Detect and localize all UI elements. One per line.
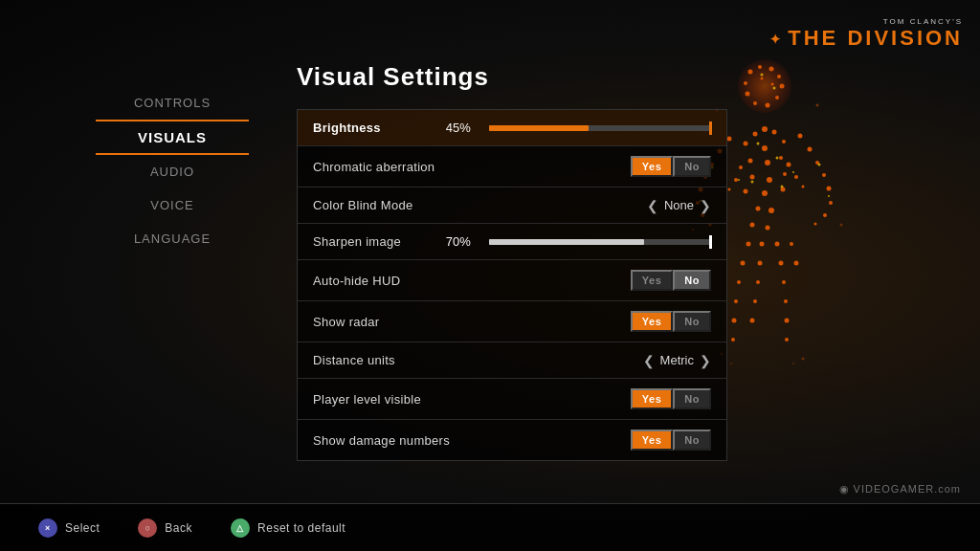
svg-point-27 — [734, 178, 738, 182]
svg-point-84 — [776, 157, 779, 160]
autohide-toggle: Yes No — [631, 270, 711, 291]
playerlevel-toggle: Yes No — [631, 388, 711, 409]
colorblind-selector: ❮ None ❯ — [647, 198, 711, 213]
svg-point-53 — [766, 226, 770, 231]
logo-icon: ✦ — [769, 33, 784, 46]
chromatic-no-button[interactable]: No — [673, 156, 711, 177]
damagenumbers-no-button[interactable]: No — [673, 430, 711, 451]
svg-point-50 — [756, 207, 761, 211]
autohide-yes-button[interactable]: Yes — [631, 270, 673, 291]
svg-point-3 — [769, 67, 774, 72]
svg-point-49 — [814, 223, 817, 226]
radar-yes-button[interactable]: Yes — [631, 311, 673, 332]
sidebar-item-visuals[interactable]: Visuals — [96, 120, 249, 155]
distance-next-button[interactable]: ❯ — [700, 353, 711, 368]
svg-point-90 — [818, 164, 821, 166]
colorblind-value: None — [664, 198, 694, 212]
svg-point-21 — [779, 156, 783, 160]
setting-row-radar: Show radar Yes No — [298, 301, 726, 342]
playerlevel-yes-button[interactable]: Yes — [631, 388, 673, 409]
svg-point-32 — [728, 188, 731, 191]
svg-point-81 — [761, 74, 764, 77]
sharpen-slider-container: 70% — [446, 234, 711, 249]
watermark: ◉ VIDEOGAMER.com — [839, 483, 961, 496]
svg-point-28 — [794, 175, 798, 179]
sidebar-item-audio[interactable]: Audio — [96, 155, 249, 188]
colorblind-next-button[interactable]: ❯ — [700, 198, 711, 213]
svg-point-18 — [782, 140, 786, 143]
back-label: Back — [165, 521, 192, 535]
sidebar-item-language[interactable]: Language — [96, 222, 249, 255]
svg-point-5 — [780, 84, 785, 89]
svg-point-74 — [816, 104, 819, 107]
sharpen-slider-handle — [709, 235, 712, 249]
svg-point-29 — [744, 189, 748, 194]
svg-point-63 — [753, 299, 757, 303]
damagenumbers-label: Show damage numbers — [313, 433, 631, 448]
damagenumbers-toggle: Yes No — [631, 430, 711, 451]
svg-point-24 — [750, 175, 755, 180]
setting-row-damagenumbers: Show damage numbers Yes No — [298, 420, 726, 460]
sidebar-item-controls[interactable]: Controls — [96, 86, 249, 120]
reset-button[interactable]: △ Reset to default — [231, 518, 345, 538]
svg-point-6 — [775, 96, 779, 99]
sharpen-slider-track[interactable] — [489, 239, 711, 245]
svg-point-9 — [746, 92, 750, 97]
svg-point-10 — [744, 81, 747, 85]
svg-point-78 — [802, 358, 805, 361]
playerlevel-no-button[interactable]: No — [673, 388, 711, 409]
back-icon: ○ — [138, 518, 157, 538]
brightness-value: 45% — [446, 121, 479, 135]
svg-point-8 — [753, 101, 757, 105]
svg-point-52 — [750, 223, 755, 228]
sharpen-value: 70% — [446, 234, 479, 249]
autohide-label: Auto-hide HUD — [313, 274, 631, 288]
reset-icon: △ — [231, 518, 250, 538]
svg-point-83 — [757, 143, 760, 145]
svg-point-47 — [829, 201, 833, 205]
svg-point-23 — [787, 163, 791, 167]
back-button[interactable]: ○ Back — [138, 518, 192, 538]
radar-toggle: Yes No — [631, 311, 711, 332]
damagenumbers-yes-button[interactable]: Yes — [631, 430, 673, 451]
chromatic-yes-button[interactable]: Yes — [631, 156, 673, 177]
autohide-no-button[interactable]: No — [673, 270, 711, 291]
svg-point-48 — [823, 213, 827, 217]
svg-point-55 — [741, 261, 746, 266]
svg-point-13 — [762, 126, 768, 132]
svg-point-11 — [761, 77, 764, 80]
svg-point-30 — [762, 190, 768, 196]
svg-point-80 — [792, 363, 794, 364]
svg-point-56 — [737, 280, 741, 284]
svg-point-64 — [750, 319, 755, 323]
page-title: Visual Settings — [297, 62, 727, 92]
setting-row-sharpen: Sharpen image 70% — [298, 224, 726, 260]
svg-point-70 — [785, 338, 789, 342]
svg-point-68 — [784, 299, 788, 303]
colorblind-prev-button[interactable]: ❮ — [647, 198, 658, 213]
radar-no-button[interactable]: No — [673, 311, 711, 332]
svg-point-87 — [738, 179, 740, 181]
select-icon: × — [38, 518, 57, 538]
setting-row-playerlevel: Player level visible Yes No — [298, 379, 726, 420]
svg-point-26 — [783, 172, 787, 176]
radar-label: Show radar — [313, 315, 631, 329]
distance-prev-button[interactable]: ❮ — [643, 353, 655, 368]
settings-panel: Brightness 45% Chromatic aberration Yes … — [297, 109, 727, 461]
colorblind-label: Color Blind Mode — [313, 198, 647, 212]
svg-point-19 — [748, 159, 753, 164]
playerlevel-label: Player level visible — [313, 392, 631, 407]
svg-point-25 — [767, 177, 772, 183]
svg-point-45 — [822, 173, 826, 177]
svg-point-82 — [773, 87, 776, 90]
brightness-label: Brightness — [313, 121, 446, 135]
svg-point-79 — [730, 363, 732, 364]
sharpen-slider-fill — [489, 239, 645, 245]
select-button[interactable]: × Select — [38, 518, 100, 538]
watermark-icon: ◉ — [839, 483, 850, 495]
svg-point-14 — [753, 132, 758, 137]
sidebar-item-voice[interactable]: Voice — [96, 188, 249, 222]
brightness-slider-track[interactable] — [489, 125, 711, 131]
svg-point-51 — [768, 208, 774, 213]
svg-point-60 — [760, 242, 765, 247]
